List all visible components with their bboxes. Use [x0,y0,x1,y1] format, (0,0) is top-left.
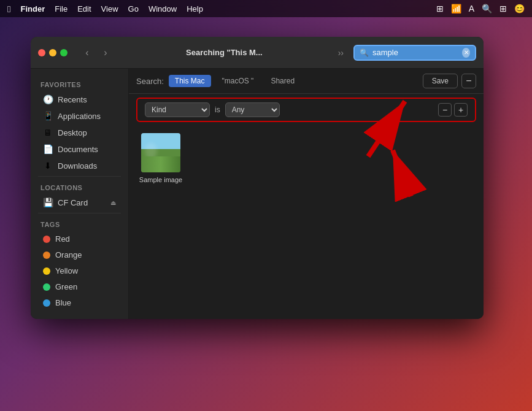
forward-button[interactable]: › [98,47,113,59]
file-thumbnail [141,133,180,172]
sidebar-item-applications[interactable]: 📱 Applications [33,108,126,124]
collapse-button[interactable]: − [461,74,476,88]
yellow-tag-label: Yellow [55,266,78,275]
yellow-tag-dot [43,267,50,275]
view-menu[interactable]: View [101,4,118,13]
sidebar: Favorites 🕐 Recents 📱 Applications 🖥 Des… [31,69,129,319]
sidebar-item-tag-green[interactable]: Green [33,279,126,294]
blue-tag-label: Blue [55,298,71,307]
orange-tag-label: Orange [55,250,82,259]
recents-label: Recents [58,95,87,104]
cf-card-icon: 💾 [43,198,53,207]
search-clear-button[interactable]: ✕ [462,48,470,58]
edit-menu[interactable]: Edit [77,4,91,13]
nav-buttons: ‹ › [80,47,113,59]
file-name-label: Sample image [139,176,182,183]
close-button[interactable] [38,49,45,56]
filter-right-buttons: − + [438,103,468,117]
sidebar-item-downloads[interactable]: ⬇ Downloads [33,158,126,174]
finder-body: Favorites 🕐 Recents 📱 Applications 🖥 Des… [31,69,484,319]
eject-icon[interactable]: ⏏ [110,199,116,206]
recents-icon: 🕐 [43,94,53,104]
finder-menu[interactable]: Finder [20,4,45,13]
green-tag-label: Green [55,282,77,291]
path-forward-icon[interactable]: ›› [338,48,344,58]
desktop-icon: 🖥 [43,128,53,137]
search-bar[interactable]: 🔍 ✕ [353,45,476,61]
locations-header: Locations [31,179,128,194]
search-input[interactable] [372,48,458,57]
wifi-icon[interactable]: 📶 [451,4,461,13]
menubar:  Finder File Edit View Go Window Help ⊞… [0,0,532,17]
kind-filter-select[interactable]: Kind Name Extension Created Date [145,102,210,117]
search-menu-icon[interactable]: 🔍 [482,4,492,13]
menubar-right: ⊞ 📶 A 🔍 ⊞ 😊 [436,4,525,13]
traffic-lights [38,49,67,56]
scope-this-mac-button[interactable]: This Mac [169,75,211,87]
search-label: Search: [136,77,164,86]
tags-header: Tags [31,216,128,231]
window-title: Searching "This M... [118,48,331,57]
sidebar-item-tag-blue[interactable]: Blue [33,295,126,310]
keyboard-icon[interactable]: A [469,4,474,13]
orange-tag-dot [43,252,50,259]
downloads-label: Downloads [58,161,97,171]
filter-plus-button[interactable]: + [454,103,468,117]
maximize-button[interactable] [60,49,67,56]
documents-icon: 📄 [43,144,53,154]
scope-right-buttons: Save − [423,74,476,88]
blue-tag-dot [43,299,50,307]
filter-minus-button[interactable]: − [438,103,452,117]
documents-label: Documents [58,145,98,154]
window-menu[interactable]: Window [148,4,177,13]
apple-menu-icon[interactable]:  [7,4,10,14]
file-grid: Sample image [129,126,484,319]
green-tag-dot [43,283,50,291]
red-tag-label: Red [55,234,70,244]
desktop-label: Desktop [58,128,87,137]
back-button[interactable]: ‹ [80,47,94,59]
favorites-header: Favorites [31,76,128,91]
downloads-icon: ⬇ [43,161,53,171]
control-center-icon[interactable]: ⊞ [499,4,507,13]
sidebar-item-tag-yellow[interactable]: Yellow [33,263,126,278]
content-area: Search: This Mac "macOS " Shared Save − … [129,69,484,319]
screen-icon[interactable]: ⊞ [436,4,444,13]
sidebar-divider-1 [38,176,121,177]
file-menu[interactable]: File [55,4,67,13]
sidebar-item-tag-orange[interactable]: Orange [33,247,126,263]
cf-card-label: CF Card [58,198,88,207]
help-menu[interactable]: Help [187,4,203,13]
save-button[interactable]: Save [423,74,458,88]
applications-icon: 📱 [43,111,53,121]
filter-is-label: is [215,106,220,114]
scope-shared-button[interactable]: Shared [264,75,301,87]
search-scope-bar: Search: This Mac "macOS " Shared Save − [129,69,484,94]
file-thumbnail-image [141,133,180,172]
finder-window: ‹ › Searching "This M... ›› 🔍 ✕ Favorite… [31,37,484,319]
sidebar-divider-2 [38,213,121,213]
search-icon: 🔍 [360,48,369,57]
notification-icon[interactable]: 😊 [514,4,525,13]
sidebar-item-desktop[interactable]: 🖥 Desktop [33,125,126,140]
applications-label: Applications [58,112,101,121]
any-filter-select[interactable]: Any Image Movie Music Document [225,102,280,117]
sidebar-item-cf-card[interactable]: 💾 CF Card ⏏ [33,194,126,210]
go-menu[interactable]: Go [128,4,139,13]
titlebar: ‹ › Searching "This M... ›› 🔍 ✕ [31,37,484,69]
file-item[interactable]: Sample image [136,133,185,183]
scope-macos-button[interactable]: "macOS " [216,75,260,87]
sidebar-item-tag-red[interactable]: Red [33,231,126,247]
sidebar-item-documents[interactable]: 📄 Documents [33,141,126,157]
sidebar-item-recents[interactable]: 🕐 Recents [33,91,126,107]
minimize-button[interactable] [49,49,56,56]
filter-row: Kind Name Extension Created Date is Any … [136,98,476,122]
red-tag-dot [43,236,50,243]
